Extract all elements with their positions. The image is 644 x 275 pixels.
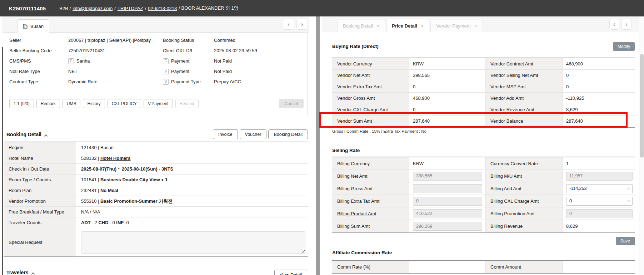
booking-detail-button[interactable]: Booking Detail [268,129,308,139]
tab-price-detail[interactable]: Price Detail ✕ [386,19,429,33]
chevron-right-icon[interactable]: › [296,19,308,30]
row-label: Vendor Sum Amt [332,116,409,127]
billing-add-amt-input[interactable] [566,184,633,193]
close-icon[interactable]: ✕ [421,24,424,28]
view-detail-button[interactable]: View Detail [274,270,307,275]
billing-gross-amt-input [413,184,482,193]
action-button-row: 1:1 (0/0) Remark UMS History CXL POLICY … [9,99,199,108]
row-value: No Meal [100,188,118,193]
chevron-left-icon[interactable]: ‹ [283,19,294,30]
collapse-chevron-icon[interactable] [44,134,48,138]
field-value: Not Paid [214,69,304,74]
row-label: Traveler Counts [4,217,76,228]
row-label: Special Request [4,228,76,256]
summary-row-seller-booking-code: Seller Booking Code 7250701N210431 Clien… [9,45,304,56]
row-label: Vendor Currency [332,58,409,69]
billing-mu-amt-input [566,172,633,181]
row-label: Region [4,142,76,153]
separator: / [145,6,146,11]
middle-scrollbar-thumb[interactable] [316,16,320,275]
close-icon[interactable]: ✕ [474,24,477,28]
row-value: 398,565 [409,70,485,81]
row-value: KRW [409,157,485,170]
history-button[interactable]: History [83,99,105,108]
field-value: Confirmed [214,38,304,43]
table-row-traveler-counts: Traveler Counts ADT : 2 CHD : 0 INF :0 [4,217,308,228]
clear-input-icon[interactable]: ✕ [627,199,630,203]
table-row: Vendor Gross Amt 468,900 Vendor Add Amt … [332,93,635,104]
affiliate-commission-table: Comm Rate (%) Comm Amount [332,260,635,274]
row-value: 0 [563,81,635,92]
v-badge: V [163,79,169,85]
channel-label: B2B / [59,6,71,11]
table-row: Vendor Currency KRW Vendor Contract Amt … [332,58,635,70]
field-value: 2025-08-02 23:59:59 [214,48,304,53]
tab-busan[interactable]: Busan [17,19,49,33]
row-value: 0 [563,70,635,81]
invoice-button[interactable]: Invoice [213,129,238,139]
table-row: Vendor CXL Charge Amt 0 Vendor Revenue A… [332,104,635,116]
chevron-right-icon[interactable]: › [621,19,631,30]
row-value: 121430 | Busan [81,145,114,150]
close-icon[interactable]: ✕ [376,24,379,28]
field-label: Booking Status [163,38,194,43]
remark-button[interactable]: Remark [36,99,60,108]
chevron-left-icon[interactable]: ‹ [609,19,619,30]
voucher-button[interactable]: Voucher [240,129,267,139]
billing-product-amt-link[interactable]: Billing Product Amt [337,211,376,216]
tab-vendor-payment[interactable]: Vendor Payment ✕ [430,20,483,32]
booking-summary-grid: Seller 200067 | triptopaz | Seller(API) … [9,35,304,87]
row-label: Comm Amount [485,261,563,273]
travelers-section-title: Travelers [6,270,34,275]
billing-cxl-charge-amt-input[interactable] [566,197,633,206]
modify-button[interactable]: Modify [613,42,635,51]
booking-detail-title: Booking Detail [6,132,41,137]
company-link[interactable]: TRIPTOPAZ [118,6,143,11]
field-value: 200067 | triptopaz | Seller(API) |Postpa… [68,38,151,43]
clear-input-icon[interactable]: ✕ [627,187,630,191]
affiliate-commission-title: Affiliate Commission Rate [332,250,392,255]
booking-id: K25070111405 [9,5,46,11]
row-label: Vendor Revenue Amt [485,104,563,115]
row-label: Billing CXL Charge Amt [485,195,563,207]
row-label: Vendor Balance [485,116,563,127]
phone-link[interactable]: 02-6213-0213 [148,6,177,11]
inquiry-count: 0 [22,101,25,106]
table-row-room-type: Room Type / Counts 101541 | Business Dou… [4,175,308,185]
row-value: 0 [409,104,485,115]
field-label: Payment [171,69,189,74]
hotel-name-link[interactable]: Hotel Homers [100,156,131,161]
v-badge: V [163,69,169,74]
row-value: N/A / N/A [81,209,100,215]
contact-email-link[interactable]: info@triptopaz.com [73,6,113,11]
save-button[interactable]: Save [616,237,635,245]
row-label: Vendor CXL Charge Amt [332,104,409,115]
right-scrollbar-track [639,16,644,275]
ums-button[interactable]: UMS [63,99,81,108]
row-value: 287,640 [563,116,635,127]
one-to-one-inquiry-button[interactable]: 1:1 (0/0) [9,99,34,108]
v-payment-button[interactable]: V.Payment [144,99,173,108]
c-badge: C [163,58,169,64]
row-value: 468,900 [563,58,635,69]
row-label: Billing M/U Amt [485,170,563,182]
row-value: Basic Promotion-Summer 기획전 [100,198,173,205]
cxl-policy-button[interactable]: CXL POLICY [108,99,141,108]
row-label: Comm Rate (%) [332,261,409,273]
row-value: 2025-08-07(Thu) ~ 2025-08-10(Sun) - 3NTS [81,166,173,172]
cancel-button: Cancel [279,99,304,108]
right-tabs: Booking Detail ✕ Price Detail ✕ Vendor P… [337,16,483,32]
row-label: Free Breakfast / Meal Type [4,207,76,217]
row-value: 8,629 [563,220,635,232]
resend-button: Resend [175,99,199,108]
row-label: Vendor Extra Tax Amt [332,81,409,92]
row-label: Check in / Out Date [4,164,76,174]
special-request-textarea[interactable] [81,231,305,254]
field-label: CMS/PMS [9,58,68,64]
collapse-chevron-icon[interactable] [31,272,35,275]
table-row: Billing Gross Amt Billing Add Amt ✕ [332,182,635,195]
tab-booking-detail[interactable]: Booking Detail ✕ [337,20,385,32]
left-panel: Busan ‹ › Seller 200067 | triptopaz | Se… [2,16,309,275]
building-icon [23,24,28,29]
right-scrollbar-thumb[interactable] [640,54,644,158]
